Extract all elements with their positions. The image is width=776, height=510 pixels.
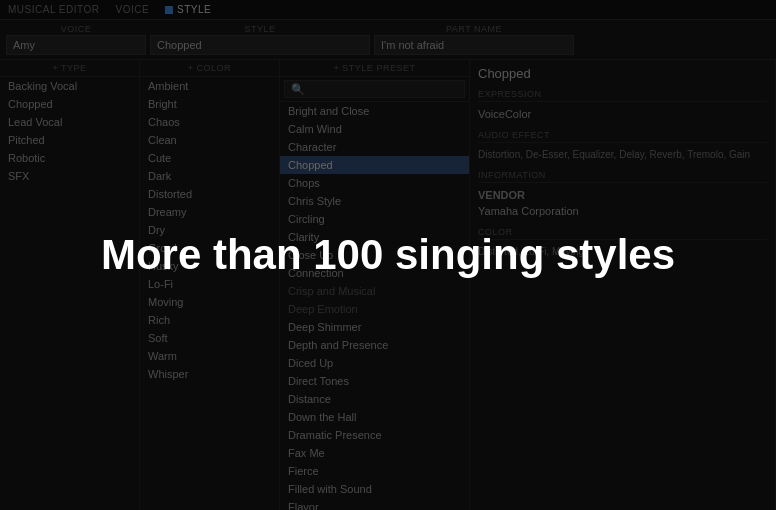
overlay-text: More than 100 singing styles: [101, 230, 675, 280]
overlay: More than 100 singing styles: [0, 0, 776, 510]
